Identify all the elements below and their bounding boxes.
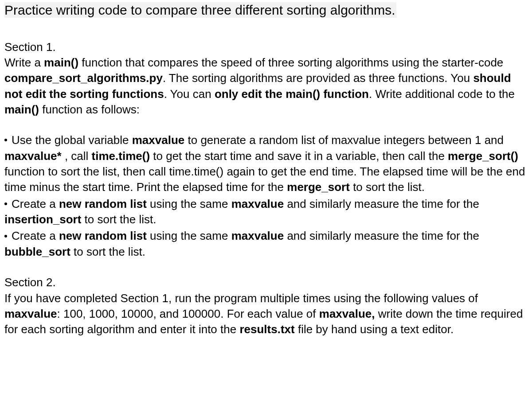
text: to generate a random list of maxvalue in… [184, 133, 504, 147]
bold-maxvalue: maxvalue [231, 229, 284, 242]
bold-merge-sort-fn: merge_sort() [448, 149, 518, 163]
section-2-body: If you have completed Section 1, run the… [4, 291, 528, 338]
text: Use the global variable [12, 133, 132, 147]
bold-maxvalue: maxvalue [4, 307, 57, 320]
section-1-intro: Write a main() function that compares th… [4, 55, 528, 117]
text: . The sorting algorithms are provided as… [163, 71, 473, 85]
bullet-merge-sort: Use the global variable maxvalue to gene… [4, 132, 528, 195]
bullet-bubble-sort: Create a new random list using the same … [4, 228, 528, 260]
text: to sort the list. [70, 245, 145, 258]
bold-new-random-list: new random list [59, 197, 147, 210]
text: function as follows: [39, 103, 140, 116]
text: function that compares the speed of thre… [78, 56, 503, 69]
text: If you have completed Section 1, run the… [4, 292, 478, 305]
section-2: Section 2. If you have completed Section… [4, 275, 528, 337]
text: and similarly measure the time for the [284, 197, 479, 210]
bullet-icon [4, 139, 7, 141]
bold-insertion-sort: insertion_sort [4, 213, 81, 226]
text: using the same [147, 229, 231, 242]
section-2-label: Section 2. [4, 275, 528, 290]
section-1-label: Section 1. [4, 39, 528, 55]
text: . You can [164, 87, 215, 101]
bullet-icon [4, 202, 7, 205]
bold-filename: compare_sort_algorithms.py [4, 71, 163, 85]
bold-maxvalue2: maxvalue, [319, 307, 375, 320]
text: Create a [12, 229, 59, 242]
bold-bubble-sort: bubble_sort [4, 245, 70, 258]
bold-maxvalue: maxvalue [132, 133, 185, 147]
page-title: Practice writing code to compare three d… [4, 2, 396, 18]
text: : 100, 1000, 10000, and 100000. For each… [57, 307, 319, 320]
text: to sort the list. [81, 213, 156, 226]
section-1: Section 1. Write a main() function that … [4, 39, 528, 260]
bold-maxvalue: maxvalue [231, 197, 284, 210]
text: function to sort the list, then call tim… [4, 165, 525, 194]
bold-edit-main: only edit the main() function [215, 87, 369, 101]
text: , call [62, 149, 92, 163]
text: to get the start time and save it in a v… [150, 149, 448, 163]
bold-main: main() [44, 56, 78, 69]
bold-results-txt: results.txt [239, 323, 294, 336]
document-page: Practice writing code to compare three d… [0, 0, 532, 346]
text: Create a [12, 197, 59, 210]
bold-maxvalue-star: maxvalue* [4, 149, 62, 163]
text: to sort the list. [350, 180, 425, 194]
section-1-bullets: Use the global variable maxvalue to gene… [4, 132, 528, 260]
bullet-insertion-sort: Create a new random list using the same … [4, 196, 528, 228]
text: and similarly measure the time for the [284, 229, 479, 242]
bold-merge-sort: merge_sort [287, 180, 350, 194]
text: Write a [4, 56, 44, 69]
bold-time-time: time.time() [92, 149, 150, 163]
text: file by hand using a text editor. [295, 323, 454, 336]
text: . Write additional code to the [369, 87, 515, 101]
bold-main2: main() [4, 103, 39, 116]
bold-new-random-list: new random list [59, 229, 147, 242]
page-title-wrap: Practice writing code to compare three d… [4, 3, 528, 18]
text: using the same [147, 197, 231, 210]
bullet-icon [4, 235, 7, 237]
